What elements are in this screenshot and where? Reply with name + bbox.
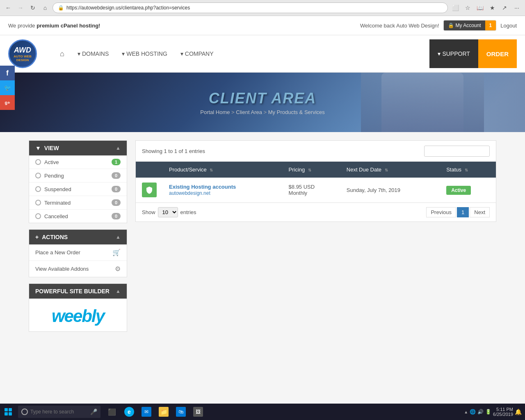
sort-due-date-icon: ⇅ <box>385 168 388 172</box>
browser-right-icons: ⬜ ☆ 📖 ★ ↗ ··· <box>450 3 522 13</box>
col-pricing[interactable]: Pricing ⇅ <box>283 162 340 178</box>
col-product[interactable]: Product/Service ⇅ <box>163 162 283 178</box>
col-due-date[interactable]: Next Due Date ⇅ <box>340 162 440 178</box>
lock-icon: 🔒 <box>448 23 454 28</box>
site-builder-title: POWERFUL SITE BUILDER <box>35 288 110 294</box>
hub-button[interactable]: ★ <box>487 3 497 13</box>
action-addons-label: View Available Addons <box>35 266 89 272</box>
filter-pending[interactable]: Pending 0 <box>29 169 127 183</box>
announcement-text: We provide premium cPanel hosting! <box>8 23 100 29</box>
social-sidebar: f 🐦 g+ <box>0 66 15 110</box>
nav-items: ⌂ ▾ DOMAINS ▾ WEB HOSTING ▾ COMPANY <box>53 39 429 68</box>
filter-active-label: Active <box>44 159 59 165</box>
table-body: Existing Hosting accounts autowebdesign.… <box>136 178 496 203</box>
nav-company-arrow: ▾ <box>180 50 183 57</box>
logo-text: AWD <box>9 46 36 55</box>
entries-label: entries <box>180 209 196 215</box>
browser-chrome: ← → ↻ ⌂ 🔒 https://autowebdesign.us/clien… <box>0 0 525 16</box>
table-search-input[interactable] <box>424 146 490 157</box>
account-lock-area: 🔒 My Account <box>444 21 485 30</box>
show-entries: Show 10 25 50 entries <box>142 207 196 217</box>
account-count: 1 <box>485 21 496 30</box>
radio-suspended <box>35 186 41 192</box>
nav-domains[interactable]: ▾ DOMAINS <box>71 39 115 68</box>
googleplus-button[interactable]: g+ <box>0 95 15 110</box>
radio-pending <box>35 173 41 178</box>
more-button[interactable]: ··· <box>512 3 522 13</box>
lock-icon: 🔒 <box>58 5 64 11</box>
filter-terminated-label: Terminated <box>44 200 71 206</box>
view-section: ▼ VIEW ▲ Active 1 Pending 0 <box>29 140 127 223</box>
radio-terminated <box>35 200 41 205</box>
nav-support[interactable]: ▾ SUPPORT <box>429 39 478 68</box>
forward-button[interactable]: → <box>16 3 25 13</box>
col-status[interactable]: Status ⇅ <box>440 162 496 178</box>
weebly-logo[interactable]: weebly <box>29 299 127 331</box>
filter-pending-label: Pending <box>44 173 64 179</box>
breadcrumb-sep2: > <box>264 109 268 115</box>
facebook-button[interactable]: f <box>0 66 15 80</box>
logo-tagline: AUTO WEB DESIGN <box>9 55 36 62</box>
home-button[interactable]: ⌂ <box>40 3 50 13</box>
sort-product-icon: ⇅ <box>210 168 213 172</box>
product-link[interactable]: autowebdesign.net <box>169 190 210 196</box>
nav-web-hosting[interactable]: ▾ WEB HOSTING <box>115 39 174 68</box>
shield-checkmark-icon <box>145 186 153 194</box>
action-available-addons[interactable]: View Available Addons ⚙ <box>29 261 127 277</box>
nav-company[interactable]: ▾ COMPANY <box>174 39 220 68</box>
filter-suspended[interactable]: Suspended 0 <box>29 183 127 196</box>
filter-active[interactable]: Active 1 <box>29 155 127 169</box>
breadcrumb-portal-home[interactable]: Portal Home <box>200 109 230 115</box>
row-icon-cell <box>136 178 163 203</box>
show-label: Show <box>142 209 155 215</box>
site-builder-section: POWERFUL SITE BUILDER ▲ weebly <box>29 283 127 332</box>
refresh-button[interactable]: ↻ <box>28 3 38 13</box>
nav-order-label: ORDER <box>486 50 509 57</box>
plus-icon: + <box>35 234 39 240</box>
nav-home[interactable]: ⌂ <box>53 39 71 68</box>
back-button[interactable]: ← <box>3 3 13 13</box>
services-table: Product/Service ⇅ Pricing ⇅ Next Due Dat… <box>136 162 496 203</box>
action-new-order[interactable]: Place a New Order 🛒 <box>29 244 127 261</box>
panel-header: Showing 1 to 1 of 1 entries <box>136 141 496 162</box>
site-builder-chevron: ▲ <box>116 288 121 294</box>
next-button[interactable]: Next <box>470 207 490 217</box>
breadcrumb-client-area[interactable]: Client Area <box>236 109 262 115</box>
announcement-bold: premium cPanel hosting! <box>37 23 100 29</box>
actions-section: + ACTIONS ▲ Place a New Order 🛒 View Ava… <box>29 229 127 277</box>
sort-status-icon: ⇅ <box>465 168 468 172</box>
table-head: Product/Service ⇅ Pricing ⇅ Next Due Dat… <box>136 162 496 178</box>
account-label: My Account <box>456 23 481 28</box>
filter-suspended-label: Suspended <box>44 186 71 192</box>
previous-button[interactable]: Previous <box>426 207 456 217</box>
twitter-button[interactable]: 🐦 <box>0 80 15 95</box>
view-header[interactable]: ▼ VIEW ▲ <box>29 141 127 155</box>
nav-order[interactable]: ORDER <box>478 39 517 68</box>
breadcrumb-products[interactable]: My Products & Services <box>268 109 325 115</box>
url-bar[interactable]: 🔒 https://autowebdesign.us/clientarea.ph… <box>52 2 448 13</box>
col-product-label: Product/Service <box>169 167 207 173</box>
actions-header[interactable]: + ACTIONS ▲ <box>29 230 127 244</box>
share-button[interactable]: ↗ <box>500 3 509 13</box>
main-nav: AWD AUTO WEB DESIGN ⌂ ▾ DOMAINS ▾ WEB HO… <box>0 35 525 73</box>
filter-cancelled[interactable]: Cancelled 0 <box>29 210 127 223</box>
logo[interactable]: AWD AUTO WEB DESIGN <box>8 39 37 68</box>
view-chevron: ▲ <box>116 145 121 151</box>
filter-terminated-count: 0 <box>112 199 121 206</box>
account-area: Welcome back Auto Web Design! 🔒 My Accou… <box>360 20 517 31</box>
radio-active <box>35 159 41 165</box>
logout-link[interactable]: Logout <box>500 23 517 29</box>
site-builder-header[interactable]: POWERFUL SITE BUILDER ▲ <box>29 284 127 299</box>
announcement-bar: We provide premium cPanel hosting! Welco… <box>0 16 525 35</box>
content-panel: Showing 1 to 1 of 1 entries Product/Serv… <box>135 140 496 222</box>
bookmark-button[interactable]: ☆ <box>463 3 472 13</box>
entries-select[interactable]: 10 25 50 <box>158 207 178 217</box>
my-account-button[interactable]: 🔒 My Account 1 <box>443 20 497 31</box>
reading-button[interactable]: 📖 <box>475 3 485 13</box>
tab-button[interactable]: ⬜ <box>450 3 460 13</box>
product-icon <box>142 183 157 197</box>
page-1-button[interactable]: 1 <box>457 207 469 217</box>
action-new-order-label: Place a New Order <box>35 249 80 256</box>
col-status-label: Status <box>446 167 461 173</box>
filter-terminated[interactable]: Terminated 0 <box>29 196 127 210</box>
